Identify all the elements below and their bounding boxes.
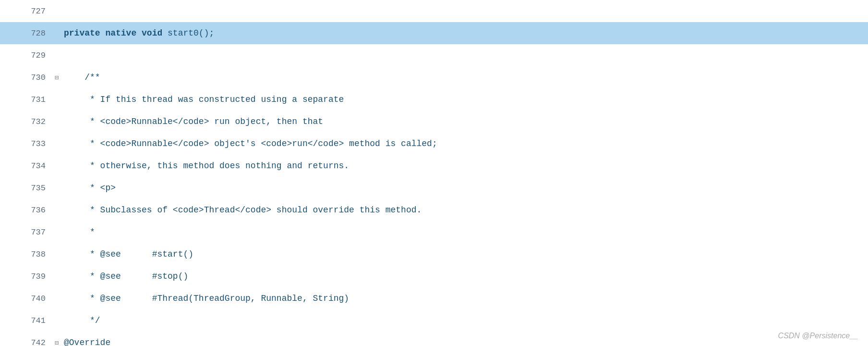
code-row: 739 * @see #stop() — [0, 265, 868, 287]
gutter-arrow — [0, 221, 11, 243]
fold-marker — [51, 155, 62, 177]
line-number: 735 — [11, 177, 51, 199]
line-number: 730 — [11, 66, 51, 88]
line-number: 731 — [11, 88, 51, 111]
gutter-arrow — [0, 243, 11, 265]
watermark: CSDN @Persistence__ — [778, 332, 858, 340]
line-number: 739 — [11, 265, 51, 287]
fold-marker — [51, 221, 62, 243]
code-content: @Override — [62, 332, 868, 346]
gutter-arrow — [0, 199, 11, 221]
code-row: 732 * <code>Runnable</code> run object, … — [0, 111, 868, 133]
line-number: 738 — [11, 243, 51, 265]
gutter-arrow — [0, 332, 11, 346]
line-number: 732 — [11, 111, 51, 133]
code-row: 731 * If this thread was constructed usi… — [0, 88, 868, 111]
line-number: 736 — [11, 199, 51, 221]
code-content: * @see #start() — [62, 243, 868, 265]
gutter-arrow — [0, 155, 11, 177]
code-content: * <code>Runnable</code> run object, then… — [62, 111, 868, 133]
code-row: 733 * <code>Runnable</code> object's <co… — [0, 133, 868, 155]
gutter-arrow — [0, 0, 11, 22]
code-row: 737 * — [0, 221, 868, 243]
fold-marker — [51, 22, 62, 44]
gutter-arrow — [0, 177, 11, 199]
code-row: 740 * @see #Thread(ThreadGroup, Runnable… — [0, 287, 868, 309]
line-number: 737 — [11, 221, 51, 243]
fold-marker — [51, 0, 62, 22]
fold-marker: ⊟ — [51, 332, 62, 346]
code-row: 729 — [0, 44, 868, 66]
gutter-arrow — [0, 265, 11, 287]
gutter-arrow — [0, 111, 11, 133]
fold-marker — [51, 265, 62, 287]
gutter-arrow — [0, 309, 11, 332]
code-content — [62, 44, 868, 66]
code-content: /** — [62, 66, 868, 88]
fold-marker — [51, 309, 62, 332]
fold-marker — [51, 287, 62, 309]
gutter-arrow — [0, 287, 11, 309]
line-number: 742 — [11, 332, 51, 346]
code-content: * @see #stop() — [62, 265, 868, 287]
gutter-arrow — [0, 44, 11, 66]
code-row: 738 * @see #start() — [0, 243, 868, 265]
line-number: 729 — [11, 44, 51, 66]
code-content: * — [62, 221, 868, 243]
code-row: 735 * <p> — [0, 177, 868, 199]
fold-marker — [51, 199, 62, 221]
fold-marker — [51, 88, 62, 111]
gutter-arrow — [0, 22, 11, 44]
code-content: * If this thread was constructed using a… — [62, 88, 868, 111]
code-lines: 727728 private native void start0();7297… — [0, 0, 868, 346]
code-content: * <code>Runnable</code> object's <code>r… — [62, 133, 868, 155]
line-number: 727 — [11, 0, 51, 22]
line-number: 740 — [11, 287, 51, 309]
code-content: */ — [62, 309, 868, 332]
code-row: 728 private native void start0(); — [0, 22, 868, 44]
code-editor: 727728 private native void start0();7297… — [0, 0, 868, 346]
code-content: private native void start0(); — [62, 22, 868, 44]
fold-marker — [51, 44, 62, 66]
code-row: 736 * Subclasses of <code>Thread</code> … — [0, 199, 868, 221]
code-content: * Subclasses of <code>Thread</code> shou… — [62, 199, 868, 221]
line-number: 741 — [11, 309, 51, 332]
code-content: * otherwise, this method does nothing an… — [62, 155, 868, 177]
line-number: 733 — [11, 133, 51, 155]
fold-marker — [51, 243, 62, 265]
code-row: 727 — [0, 0, 868, 22]
code-row: 741 */ — [0, 309, 868, 332]
gutter-arrow — [0, 66, 11, 88]
code-content — [62, 0, 868, 22]
code-row: 734 * otherwise, this method does nothin… — [0, 155, 868, 177]
fold-marker — [51, 177, 62, 199]
fold-marker: ⊟ — [51, 66, 62, 88]
gutter-arrow — [0, 88, 11, 111]
code-row: 742⊟ @Override — [0, 332, 868, 346]
line-number: 728 — [11, 22, 51, 44]
gutter-arrow — [0, 133, 11, 155]
code-content: * <p> — [62, 177, 868, 199]
code-row: 730⊟ /** — [0, 66, 868, 88]
fold-marker — [51, 133, 62, 155]
line-number: 734 — [11, 155, 51, 177]
code-content: * @see #Thread(ThreadGroup, Runnable, St… — [62, 287, 868, 309]
fold-marker — [51, 111, 62, 133]
